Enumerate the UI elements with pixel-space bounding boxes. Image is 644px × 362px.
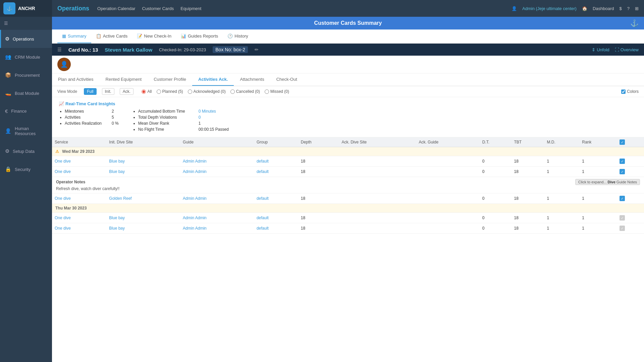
- check-cell[interactable]: ✓: [617, 156, 644, 167]
- logo-text: ANCHR: [18, 6, 35, 11]
- sidebar-item-security[interactable]: 🔒 Security: [0, 160, 52, 178]
- topnav-title: Operations: [57, 5, 89, 12]
- admin-link[interactable]: Admin (Jeje ultimate center): [522, 6, 577, 11]
- operations-icon: ⚙: [5, 36, 9, 42]
- service-cell[interactable]: One dive: [52, 167, 106, 177]
- service-cell[interactable]: One dive: [52, 223, 106, 234]
- ack-dive-site-cell: [339, 223, 416, 234]
- filter-missed[interactable]: Missed (0): [265, 89, 289, 94]
- inner-tab-rented[interactable]: Rented Equipment: [100, 73, 148, 86]
- sidebar-item-boat[interactable]: 🚤 Boat Module: [0, 84, 52, 102]
- inner-tab-plan[interactable]: Plan and Activities: [52, 73, 100, 86]
- colors-checkbox-label[interactable]: Colors: [621, 89, 639, 94]
- ack-dive-site-cell: [339, 167, 416, 177]
- sidebar-item-crm[interactable]: 👥 CRM Module: [0, 48, 52, 66]
- init-dive-site-cell[interactable]: Golden Reef: [106, 193, 180, 204]
- view-ack-button[interactable]: Ack.: [120, 88, 133, 95]
- filter-acknowledged[interactable]: Acknowledged (0): [188, 89, 226, 94]
- stat-no-flight-label: No Flight Time: [138, 127, 185, 132]
- summary-area: 📈 Real-Time Card Insights Milestones Act…: [52, 97, 644, 137]
- guide-cell[interactable]: Admin Admin: [180, 167, 254, 177]
- hamburger-icon[interactable]: ☰: [57, 47, 62, 52]
- dt-cell: 0: [480, 167, 512, 177]
- tbt-cell: 18: [511, 213, 544, 223]
- stat-depth-violations-label: Total Depth Violations: [138, 115, 185, 120]
- sidebar-item-operations[interactable]: ⚙ Operations: [0, 30, 52, 48]
- guide-notes-button[interactable]: Click to expand... Dive Guide Notes: [575, 179, 640, 185]
- topnav-link-customer-cards[interactable]: Customer Cards: [142, 6, 174, 11]
- init-dive-site-cell[interactable]: Blue bay: [106, 213, 180, 223]
- tab-guides-reports[interactable]: 📊 Guides Reports: [176, 29, 223, 43]
- init-dive-site-cell[interactable]: Blue bay: [106, 223, 180, 234]
- group-cell[interactable]: default: [254, 193, 298, 204]
- sidebar-item-hr[interactable]: 👤 Human Resources: [0, 120, 52, 142]
- guide-cell[interactable]: Admin Admin: [180, 156, 254, 167]
- group-cell[interactable]: default: [254, 213, 298, 223]
- init-dive-site-cell[interactable]: Blue bay: [106, 167, 180, 177]
- col-init-dive-site: Init. Dive Site: [106, 137, 180, 147]
- sidebar-item-finance[interactable]: € Finance: [0, 102, 52, 120]
- md-cell: 1: [544, 167, 579, 177]
- activity-filter-group: All Planned (5) Acknowledged (0) Cancell…: [142, 89, 289, 94]
- sidebar-item-setup[interactable]: ⚙ Setup Data: [0, 142, 52, 160]
- tab-bar: ▦ Summary 📋 Active Cards 📝 New Check-In …: [52, 29, 644, 44]
- tab-guides-reports-label: Guides Reports: [188, 34, 218, 39]
- inner-tab-checkout[interactable]: Check-Out: [270, 73, 303, 86]
- tab-history[interactable]: 🕐 History: [223, 29, 253, 43]
- guide-cell[interactable]: Admin Admin: [180, 213, 254, 223]
- edit-icon[interactable]: ✏: [255, 47, 259, 52]
- filter-cancelled[interactable]: Cancelled (0): [230, 89, 260, 94]
- col-depth: Depth: [298, 137, 339, 147]
- group-cell[interactable]: default: [254, 167, 298, 177]
- menu-toggle[interactable]: ☰: [0, 17, 52, 30]
- check-cell[interactable]: ✓: [617, 213, 644, 223]
- filter-planned[interactable]: Planned (5): [157, 89, 183, 94]
- finance-icon: €: [5, 108, 8, 114]
- service-cell[interactable]: One dive: [52, 213, 106, 223]
- table-row: One dive Blue bay Admin Admin default 18…: [52, 156, 644, 167]
- check-cell[interactable]: ✓: [617, 167, 644, 177]
- guide-cell[interactable]: Admin Admin: [180, 193, 254, 204]
- tab-new-checkin[interactable]: 📝 New Check-In: [132, 29, 176, 43]
- activities-table: Service Init. Dive Site Guide Group Dept…: [52, 137, 644, 234]
- ack-guide-cell: [416, 167, 479, 177]
- md-cell: 1: [544, 223, 579, 234]
- init-dive-site-cell[interactable]: Blue bay: [106, 156, 180, 167]
- tab-new-checkin-label: New Check-In: [144, 34, 171, 39]
- inner-tab-attachments[interactable]: Attachments: [234, 73, 270, 86]
- dashboard-link[interactable]: Dashboard: [593, 6, 614, 11]
- sidebar-item-security-label: Security: [15, 167, 31, 172]
- check-cell[interactable]: ✓: [617, 193, 644, 204]
- unfold-button[interactable]: ⇕ Unfold: [592, 47, 609, 52]
- setup-icon: ⚙: [5, 148, 9, 154]
- filter-all[interactable]: All: [142, 89, 152, 94]
- ack-guide-cell: [416, 193, 479, 204]
- tab-summary[interactable]: ▦ Summary: [57, 29, 91, 43]
- col-guide: Guide: [180, 137, 254, 147]
- topnav-link-equipment[interactable]: Equipment: [180, 6, 201, 11]
- stat-milestones-label: Milestones: [65, 109, 102, 114]
- view-full-button[interactable]: Full: [84, 88, 96, 95]
- dt-cell: 0: [480, 223, 512, 234]
- guide-cell[interactable]: Admin Admin: [180, 223, 254, 234]
- inner-tab-profile[interactable]: Customer Profile: [148, 73, 192, 86]
- stats-col-left: Milestones Activities Activities Realiza…: [59, 109, 102, 133]
- inner-tab-activities-ack[interactable]: Activities Ack.: [192, 73, 234, 86]
- overview-icon: ⛶: [615, 47, 619, 52]
- card-header-right: ⇕ Unfold ⛶ Overview: [592, 47, 639, 52]
- service-cell[interactable]: One dive: [52, 193, 106, 204]
- group-cell[interactable]: default: [254, 223, 298, 234]
- insights-panel: 📈 Real-Time Card Insights Milestones Act…: [59, 101, 229, 133]
- col-tbt: TBT: [511, 137, 544, 147]
- view-init-button[interactable]: Init.: [102, 88, 114, 95]
- service-cell[interactable]: One dive: [52, 156, 106, 167]
- insights-content: Milestones Activities Activities Realiza…: [59, 109, 229, 133]
- group-cell[interactable]: default: [254, 156, 298, 167]
- topnav-link-operation-calendar[interactable]: Operation Calendar: [97, 6, 135, 11]
- tab-active-cards[interactable]: 📋 Active Cards: [91, 29, 132, 43]
- sidebar-item-procurement[interactable]: 📦 Procurement: [0, 66, 52, 84]
- depth-cell: 18: [298, 213, 339, 223]
- check-cell[interactable]: ✓: [617, 223, 644, 234]
- overview-button[interactable]: ⛶ Overview: [615, 47, 639, 52]
- colors-checkbox[interactable]: [621, 89, 626, 94]
